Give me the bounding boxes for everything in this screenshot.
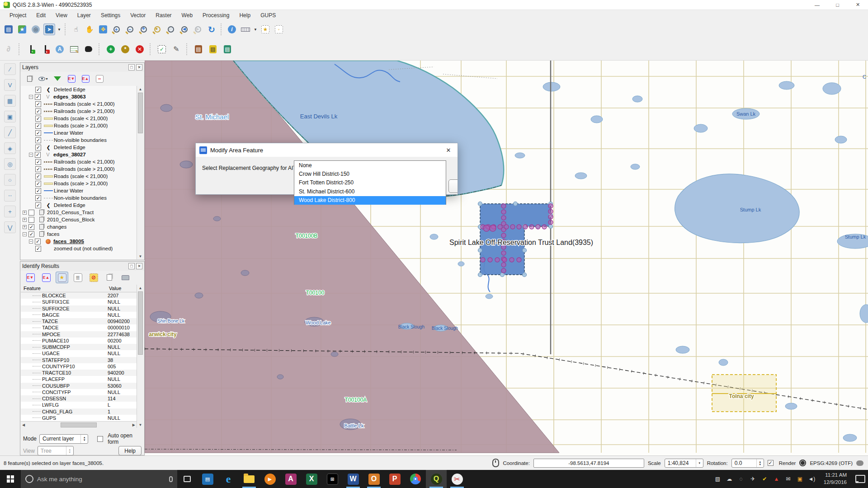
attribute-row[interactable]: BAGCENULL (21, 312, 137, 318)
layer-checkbox[interactable]: ✓ (35, 181, 41, 187)
powerpoint-icon[interactable]: P (384, 470, 405, 488)
layer-row[interactable]: ✓Non-visible boundaries (21, 136, 137, 144)
grid-tool-icon[interactable]: ▦ (4, 95, 16, 107)
expand-icon[interactable]: − (29, 153, 33, 157)
map-canvas[interactable]: St. MichaelEast Devils LkSwan LkStump Lk… (145, 61, 868, 455)
layer-row[interactable]: ✓❮Deleted Edge (21, 86, 137, 93)
layer-checkbox[interactable]: ✓ (35, 195, 41, 201)
render-checkbox[interactable]: ✓ (768, 460, 774, 466)
float-panel-icon[interactable]: □ (128, 263, 135, 269)
expand-all-icon[interactable]: E▼ (66, 73, 77, 84)
copy-feature-icon[interactable] (103, 272, 116, 283)
airplane-icon[interactable]: ✈ (750, 476, 756, 483)
dropdown-option[interactable]: St. Michael District-600 (294, 187, 446, 196)
delete-linear-feature-icon[interactable]: x (39, 43, 51, 55)
attribute-row[interactable]: TAZCE00940200 (21, 318, 137, 324)
auto-open-checkbox[interactable] (97, 436, 103, 442)
sketch-tool-icon[interactable]: ✎ (170, 43, 182, 55)
layer-checkbox[interactable]: ✓ (28, 224, 34, 230)
block-tool-icon[interactable]: ▣ (4, 111, 16, 122)
file-explorer-icon[interactable] (239, 470, 259, 488)
expand-icon[interactable]: + (23, 211, 27, 215)
layer-row[interactable]: ✓❮Deleted Edge (21, 144, 137, 151)
zoom-last-icon[interactable]: ◀ (179, 23, 190, 35)
attribute-row[interactable]: UGACENULL (21, 350, 137, 357)
layer-row[interactable]: ✓Railroads (scale < 21,000) (21, 100, 137, 108)
attribute-row[interactable]: COUNTYFP10005 (21, 363, 137, 370)
layer-row[interactable]: ✓Roads (scale < 21,000) (21, 115, 137, 122)
layer-row[interactable]: ✓Roads (scale < 21,000) (21, 173, 137, 180)
cortana-search-box[interactable]: Ask me anything (21, 470, 177, 488)
ok-button-partial[interactable] (448, 179, 458, 193)
rotation-spinbox[interactable]: 0.0▲▼ (731, 459, 764, 468)
expand-icon[interactable]: − (23, 232, 27, 236)
layer-checkbox[interactable]: ✓ (35, 202, 41, 208)
draw-line-icon[interactable]: ╱ (4, 127, 16, 138)
maximize-button[interactable]: □ (827, 0, 848, 10)
attribute-row[interactable]: SUFFIX1CENULL (21, 299, 137, 305)
remove-layer-icon[interactable]: – (94, 73, 105, 84)
layer-row[interactable]: ✓❮Deleted Edge (21, 202, 137, 209)
dropdown-option[interactable]: Fort Totten District-250 (294, 178, 446, 187)
export-changes-icon[interactable]: ▤ (207, 43, 219, 55)
measure-icon[interactable] (240, 23, 251, 35)
layer-row[interactable]: ✓Linear Water (21, 129, 137, 136)
split-feature-icon[interactable]: ⋁ (4, 221, 16, 233)
media-player-icon[interactable]: ▶ (259, 470, 280, 488)
menu-item-settings[interactable]: Settings (96, 11, 125, 20)
pan-map-icon[interactable]: ✋ (84, 23, 95, 35)
zoom-to-selection-icon[interactable]: ■ (151, 23, 163, 35)
outlook-icon[interactable]: O (363, 470, 384, 488)
pan-to-selection-icon[interactable]: ✥ (97, 23, 109, 35)
attribute-row[interactable]: SUBMCDFPNULL (21, 344, 137, 350)
layer-checkbox[interactable]: ✓ (28, 231, 34, 237)
globe-tool-icon[interactable]: ◎ (4, 158, 16, 170)
view-combo[interactable]: Tree ▲▼ (38, 446, 74, 455)
attribute-row[interactable]: STATEFP1038 (21, 357, 137, 363)
attribute-row[interactable]: PUMACE1000200 (21, 338, 137, 344)
minimize-button[interactable]: — (807, 0, 827, 10)
attribute-row[interactable]: SUFFIX2CENULL (21, 305, 137, 312)
menu-item-view[interactable]: View (51, 11, 72, 20)
menu-item-gups[interactable]: GUPS (255, 11, 281, 20)
layer-checkbox[interactable]: ✓ (35, 108, 41, 114)
collapse-all-icon[interactable]: E▲ (80, 73, 91, 84)
menu-item-edit[interactable]: Edit (31, 11, 51, 20)
expand-icon[interactable]: + (23, 218, 27, 222)
layer-checkbox[interactable]: ✓ (35, 123, 41, 129)
layers-scrollbar[interactable]: ▲ ▼ (137, 86, 144, 259)
layer-row[interactable]: ✓Railroads (scale > 21,000) (21, 165, 137, 173)
layer-checkbox[interactable] (28, 217, 34, 223)
feature-column-header[interactable]: Feature (21, 286, 109, 291)
layer-checkbox[interactable]: ✓ (35, 137, 41, 143)
add-group-icon[interactable] (24, 73, 35, 84)
attribute-row[interactable]: CONCITYFPNULL (21, 389, 137, 395)
onedrive-icon[interactable]: ☁ (726, 476, 733, 483)
map-composer-icon[interactable]: ★ (16, 23, 28, 35)
crs-status-icon[interactable] (799, 460, 806, 466)
layer-row[interactable]: −✓Vedges_38027 (21, 151, 137, 158)
filter-legend-icon[interactable] (52, 73, 63, 84)
layer-checkbox[interactable]: ✓ (35, 130, 41, 136)
globe-zoom-icon[interactable]: ◎ (30, 23, 42, 35)
crosshair-tool-icon[interactable]: + (4, 206, 16, 217)
menu-item-processing[interactable]: Processing (198, 11, 234, 20)
layer-checkbox[interactable]: ✓ (35, 94, 41, 100)
form-view-icon[interactable]: ☰ (71, 272, 84, 283)
attribute-row[interactable]: GUPSNULL (21, 415, 137, 421)
layer-checkbox[interactable]: ✓ (35, 87, 41, 93)
manage-visibility-icon[interactable]: ▼ (38, 73, 49, 84)
layer-checkbox[interactable]: ✓ (35, 116, 41, 122)
layer-checkbox[interactable]: ✓ (35, 101, 41, 107)
layer-row[interactable]: ✓Roads (scale > 21,000) (21, 180, 137, 187)
grab-tool-icon[interactable] (83, 43, 94, 55)
attribute-row[interactable]: CHNG_FLAG1 (21, 408, 137, 415)
attribute-row[interactable]: MPOCE22774638 (21, 331, 137, 338)
import-data-icon[interactable]: ▤ (222, 43, 233, 55)
layer-row[interactable]: ✓zoomed out (not outlined) (21, 245, 137, 252)
attribute-row[interactable]: PLACEFPNULL (21, 376, 137, 382)
zoom-in-icon[interactable]: + (111, 23, 123, 35)
layer-checkbox[interactable]: ✓ (35, 159, 41, 165)
qgis-icon[interactable]: Q (426, 470, 447, 488)
layer-row[interactable]: ✓Non-visible boundaries (21, 194, 137, 202)
